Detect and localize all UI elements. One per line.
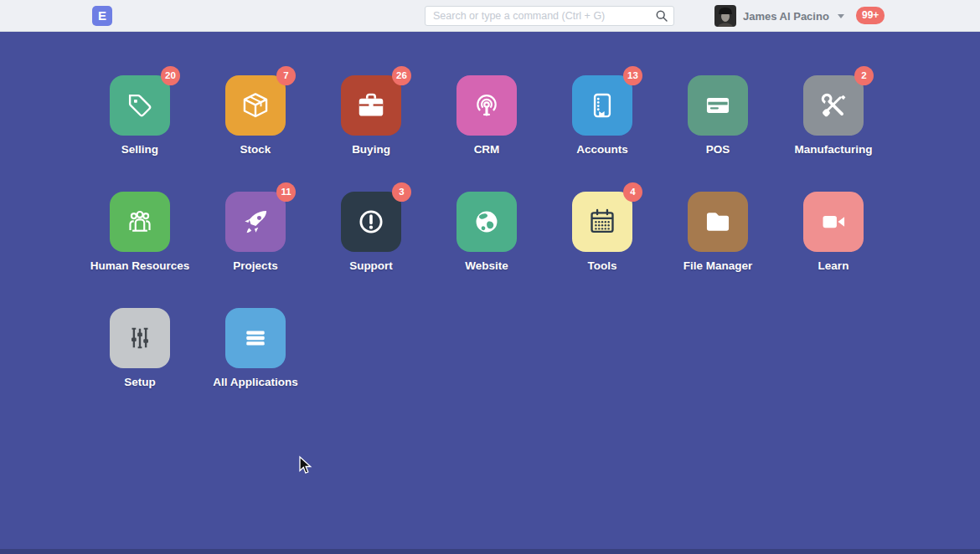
notification-count-badge: 20 [161, 66, 180, 85]
ledger-book-icon [586, 90, 618, 121]
app-label: Setup [124, 376, 156, 388]
broadcast-icon [471, 90, 503, 121]
app-tile [225, 308, 286, 368]
app-shortcut-website[interactable]: Website [429, 192, 544, 274]
app-label: Support [349, 259, 393, 272]
app-label: Human Resources [90, 259, 190, 272]
app-tile [456, 75, 517, 136]
notification-count-badge: 26 [392, 66, 411, 85]
user-name: James Al Pacino [743, 10, 829, 23]
alert-circle-icon [355, 206, 387, 238]
three-bars-icon [240, 322, 271, 354]
notification-count-badge: 11 [276, 182, 296, 202]
app-tile: 13 [572, 75, 632, 136]
notification-count-badge: 2 [854, 66, 874, 85]
app-shortcut-projects[interactable]: 11 Projects [198, 192, 313, 274]
app-shortcut-all-applications[interactable]: All Applications [198, 308, 313, 390]
app-shortcut-stock[interactable]: 7 Stock [198, 75, 313, 157]
app-label: Stock [240, 143, 271, 156]
app-tile [688, 192, 748, 252]
app-label: Learn [818, 259, 849, 272]
credit-card-icon [702, 90, 734, 121]
app-label: Manufacturing [795, 143, 873, 156]
app-tile: 4 [572, 192, 632, 252]
app-shortcut-accounts[interactable]: 13 Accounts [544, 75, 660, 157]
app-label: CRM [474, 143, 500, 156]
search-input[interactable] [425, 6, 674, 26]
app-shortcut-setup[interactable]: Setup [82, 308, 198, 390]
notifications-count-badge[interactable]: 99+ [856, 7, 885, 24]
app-tile: 26 [341, 75, 401, 136]
people-icon [124, 206, 156, 238]
app-shortcut-support[interactable]: 3 Support [313, 192, 429, 274]
notification-count-badge: 13 [623, 66, 642, 85]
app-shortcut-file-manager[interactable]: File Manager [660, 192, 776, 274]
app-label: Website [465, 259, 508, 272]
app-tile: 20 [110, 75, 170, 136]
app-shortcut-learn[interactable]: Learn [776, 192, 891, 274]
mouse-cursor [297, 455, 313, 477]
app-shortcut-buying[interactable]: 26 Buying [313, 75, 429, 157]
app-tile [456, 192, 517, 252]
global-search [425, 6, 674, 26]
footer-strip [0, 549, 980, 554]
app-shortcut-human-resources[interactable]: Human Resources [82, 192, 198, 274]
app-label: Tools [588, 259, 617, 272]
avatar [714, 5, 736, 27]
app-tile: 11 [225, 192, 286, 252]
app-label: Selling [121, 143, 158, 156]
notification-count-badge: 7 [276, 66, 296, 85]
rocket-icon [240, 206, 271, 238]
app-shortcut-manufacturing[interactable]: 2 Manufacturing [776, 75, 891, 157]
notification-count-badge: 3 [392, 182, 411, 202]
desk-background: 20 Selling 7 Stock 26 Buying CRM 13 Acco… [0, 32, 980, 550]
notification-count-badge: 4 [623, 182, 642, 202]
search-icon[interactable] [655, 9, 668, 23]
user-menu[interactable]: James Al Pacino [714, 5, 844, 27]
app-label: File Manager [683, 259, 753, 272]
app-tile: 7 [225, 75, 286, 136]
app-label: All Applications [213, 376, 298, 388]
sliders-icon [124, 322, 156, 354]
wrench-screwdriver-icon [818, 90, 849, 121]
app-tile [688, 75, 748, 136]
chevron-down-icon [838, 14, 844, 18]
app-shortcut-tools[interactable]: 4 Tools [544, 192, 660, 274]
globe-icon [471, 206, 503, 238]
briefcase-icon [355, 90, 387, 121]
app-label: POS [706, 143, 730, 156]
app-shortcut-pos[interactable]: POS [660, 75, 776, 157]
app-shortcut-crm[interactable]: CRM [429, 75, 544, 157]
app-tile: 2 [803, 75, 864, 136]
app-label: Buying [352, 143, 390, 156]
app-tile [110, 308, 170, 368]
navbar: E James Al Pacino 99+ [0, 0, 980, 32]
tag-icon [124, 90, 156, 121]
app-logo[interactable]: E [92, 6, 112, 26]
app-label: Accounts [576, 143, 628, 156]
box-icon [240, 90, 271, 121]
folder-icon [702, 206, 734, 238]
app-shortcut-selling[interactable]: 20 Selling [82, 75, 198, 157]
app-tile: 3 [341, 192, 401, 252]
app-grid: 20 Selling 7 Stock 26 Buying CRM 13 Acco… [82, 75, 891, 390]
app-label: Projects [233, 259, 277, 272]
app-tile [803, 192, 864, 252]
app-tile [110, 192, 170, 252]
calendar-icon [586, 206, 618, 238]
video-camera-icon [818, 206, 849, 238]
